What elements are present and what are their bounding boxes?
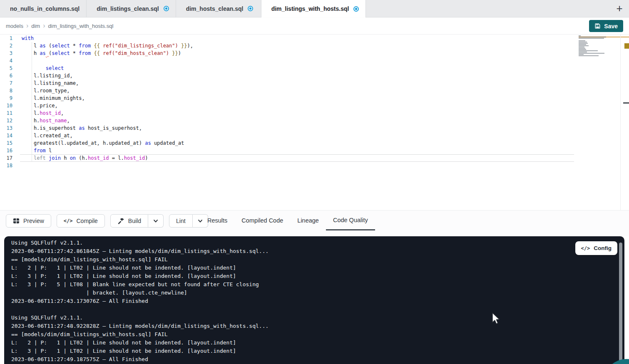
- editor-scrollbar-track: [620, 35, 621, 210]
- button-label: Compile: [76, 218, 97, 224]
- tab-dim-hosts-clean-sql[interactable]: dim_hosts_clean.sql: [176, 0, 261, 17]
- minimap-line: [579, 52, 587, 52]
- tab-dim-listings-with-hosts-sql[interactable]: dim_listings_with_hosts.sql: [261, 0, 366, 17]
- code-line-18[interactable]: 18: [0, 162, 629, 169]
- minimap-line: [579, 38, 604, 39]
- config-label: Config: [594, 245, 612, 251]
- line-number: 15: [0, 139, 12, 147]
- tab-label: dim_hosts_clean.sql: [186, 5, 244, 12]
- build-button[interactable]: Build: [110, 214, 148, 228]
- hammer-icon: [117, 218, 124, 225]
- tab-strip: no_nulls_in_columns.sqldim_listings_clea…: [0, 0, 366, 17]
- code-icon: </>: [64, 218, 73, 224]
- code-text: l.host_id,: [22, 109, 64, 117]
- line-number: 4: [0, 57, 12, 64]
- tab-no-nulls-in-columns-sql[interactable]: no_nulls_in_columns.sql: [0, 0, 87, 17]
- breadcrumb-item-dim[interactable]: dim: [31, 23, 40, 29]
- minimap-line: [579, 53, 604, 54]
- code-line-7[interactable]: 7 l.listing_name,: [0, 79, 629, 87]
- line-number: 16: [0, 147, 12, 154]
- button-group-preview: Preview: [6, 214, 51, 228]
- tab-dim-listings-clean-sql[interactable]: dim_listings_clean.sql: [87, 0, 176, 17]
- breadcrumb-item-dim-listings-with-hosts-sql[interactable]: dim_listings_with_hosts.sql: [48, 23, 114, 29]
- line-number: 10: [0, 102, 12, 109]
- line-number: 6: [0, 72, 12, 79]
- minimap-line: [579, 42, 587, 42]
- code-line-16[interactable]: 16 from l: [0, 147, 629, 154]
- code-text: l.listing_id,: [22, 72, 73, 79]
- code-line-12[interactable]: 12 h.host_name,: [0, 117, 629, 124]
- code-line-11[interactable]: 11 l.host_id,: [0, 109, 629, 117]
- code-text: l as (select * from {{ ref("dim_listings…: [22, 42, 193, 50]
- save-label: Save: [604, 23, 618, 30]
- line-number: 7: [0, 79, 12, 87]
- line-number: 14: [0, 132, 12, 139]
- terminal-line: 2023-06-06T11:27:49.187575Z — All Finish…: [11, 355, 269, 364]
- code-text: l.listing_name,: [22, 79, 79, 87]
- code-line-3[interactable]: 3 h as (select * from {{ ref("dim_hosts_…: [0, 50, 629, 57]
- line-number: 3: [0, 50, 12, 57]
- grid-icon: [13, 218, 20, 224]
- tab-bar: no_nulls_in_columns.sqldim_listings_clea…: [0, 0, 629, 17]
- code-line-6[interactable]: 6 l.listing_id,: [0, 72, 629, 79]
- breadcrumb-separator-icon: ›: [26, 22, 28, 29]
- code-line-17[interactable]: 17 left join h on (h.host_id = l.host_id…: [0, 154, 629, 162]
- terminal-line: Using SQLFluff v2.1.1.: [11, 314, 269, 322]
- modified-dot-icon: [353, 6, 359, 12]
- tab-lineage[interactable]: Lineage: [290, 210, 326, 230]
- minimap[interactable]: [579, 35, 620, 65]
- ide-window: no_nulls_in_columns.sqldim_listings_clea…: [0, 0, 629, 364]
- minimap-line: [579, 47, 584, 47]
- action-bar: Preview</>CompileBuildLint ResultsCompil…: [0, 210, 629, 236]
- save-button[interactable]: Save: [589, 20, 623, 32]
- code-line-2[interactable]: 2 l as (select * from {{ ref("dim_listin…: [0, 42, 629, 50]
- minimap-line: [579, 35, 581, 36]
- code-line-4[interactable]: 4: [0, 57, 629, 64]
- code-line-14[interactable]: 14 l.created_at,: [0, 132, 629, 139]
- tab-code-quality[interactable]: Code Quality: [326, 210, 375, 230]
- code-text: from l: [22, 147, 52, 154]
- code-line-10[interactable]: 10 l.price,: [0, 102, 629, 109]
- code-line-5[interactable]: 5 select: [0, 64, 629, 72]
- breadcrumb-item-models[interactable]: models: [6, 23, 23, 29]
- line-number: 1: [0, 35, 12, 42]
- new-tab-button[interactable]: +: [610, 0, 629, 17]
- tab-label: dim_listings_with_hosts.sql: [271, 5, 349, 12]
- config-button[interactable]: </> Config: [575, 241, 617, 255]
- tab-label: no_nulls_in_columns.sql: [10, 5, 80, 12]
- code-text: greatest(l.updated_at, h.updated_at) as …: [22, 139, 184, 147]
- code-line-9[interactable]: 9 l.minimum_nights,: [0, 94, 629, 102]
- minimap-line: [579, 54, 584, 55]
- button-group-compile: </>Compile: [57, 214, 105, 228]
- terminal-scrollbar[interactable]: [619, 243, 622, 364]
- breadcrumb: models›dim›dim_listings_with_hosts.sql: [6, 22, 113, 29]
- overview-warning-marker: [624, 43, 629, 49]
- terminal-line: L: 3 | P: 1 | LT02 | Line should not be …: [11, 272, 269, 280]
- minimap-line: [579, 43, 588, 44]
- terminal-line: L: 2 | P: 1 | LT02 | Line should not be …: [11, 339, 269, 347]
- minimap-line: [579, 48, 585, 49]
- lint-button[interactable]: Lint: [169, 214, 193, 228]
- preview-button[interactable]: Preview: [6, 214, 51, 228]
- button-label: Build: [128, 218, 141, 224]
- button-label: Preview: [23, 218, 44, 224]
- line-number: 13: [0, 124, 12, 132]
- button-label: Lint: [176, 218, 186, 224]
- tab-compiled-code[interactable]: Compiled Code: [234, 210, 290, 230]
- code-text: h as (select * from {{ ref("dim_hosts_cl…: [22, 50, 181, 57]
- terminal-line: [11, 305, 269, 314]
- code-text: left join h on (h.host_id = l.host_id): [22, 154, 148, 162]
- code-line-15[interactable]: 15 greatest(l.updated_at, h.updated_at) …: [0, 139, 629, 147]
- line-number: 18: [0, 162, 12, 169]
- terminal-output: Using SQLFluff v2.1.1.2023-06-06T11:27:4…: [11, 239, 269, 364]
- code-line-8[interactable]: 8 l.room_type,: [0, 87, 629, 94]
- code-editor[interactable]: 1with2 l as (select * from {{ ref("dim_l…: [0, 35, 629, 210]
- code-line-13[interactable]: 13 h.is_superhost as host_is_superhost,: [0, 124, 629, 132]
- tab-results[interactable]: Results: [200, 210, 234, 230]
- compile-button[interactable]: </>Compile: [57, 214, 105, 228]
- code-text: l.minimum_nights,: [22, 94, 85, 102]
- terminal-panel[interactable]: Using SQLFluff v2.1.1.2023-06-06T11:27:4…: [4, 236, 624, 364]
- build-dropdown-button[interactable]: [148, 214, 164, 228]
- code-lines: 1with2 l as (select * from {{ ref("dim_l…: [0, 35, 629, 169]
- code-line-1[interactable]: 1with: [0, 35, 629, 42]
